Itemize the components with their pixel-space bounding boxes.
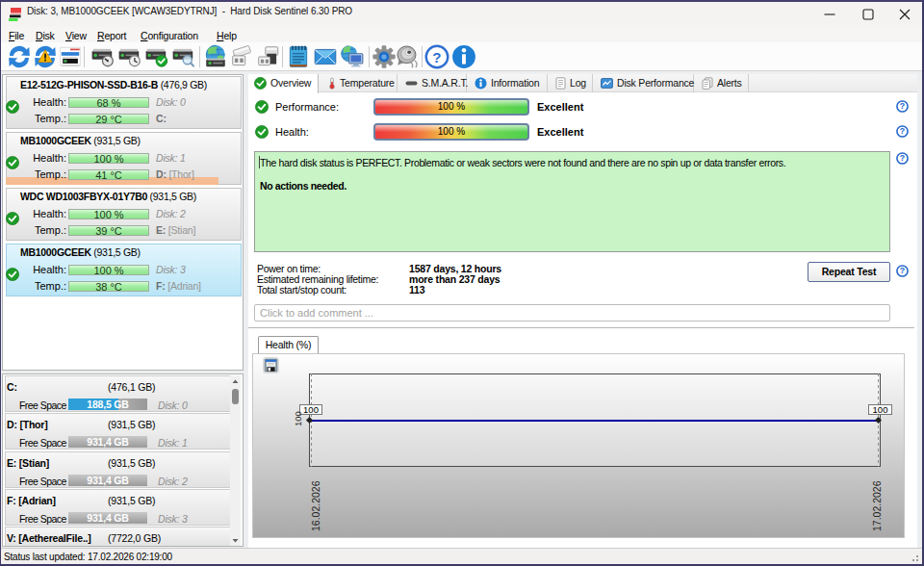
svg-text:?: ? [900,153,905,163]
svg-text:?: ? [900,101,905,111]
svg-text:?: ? [900,126,905,136]
svg-text:?: ? [432,49,441,65]
svg-text:?: ? [900,266,905,275]
